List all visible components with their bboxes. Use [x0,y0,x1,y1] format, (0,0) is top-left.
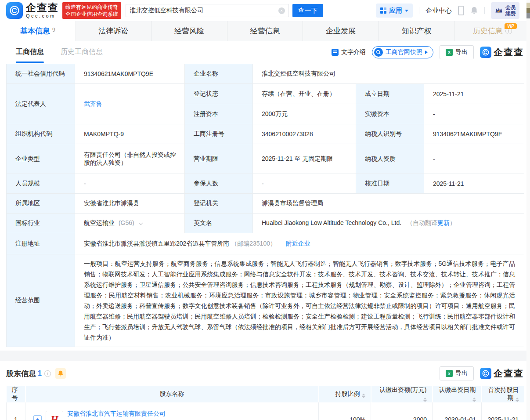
tab-operation-risk[interactable]: 经营风险 [151,21,227,41]
subtab-history-business-info[interactable]: 历史工商信息 [61,41,103,63]
vip-renew-line1: 会员 [505,4,516,11]
tab-legal-litigation[interactable]: 法律诉讼 [76,21,152,41]
subtab-business-info[interactable]: 工商信息 [16,41,44,63]
approval-date-label: 核准日期 [356,174,424,194]
business-info-table: 统一社会信用代码 91340621MAK0MPTQ9E 企业名称 淮北交控低空科… [6,64,524,347]
reg-authority-label: 登记机关 [185,194,253,214]
slogan-line1: 缔造有远见的商业传奇 [65,4,118,11]
establish-date-label: 成立日期 [356,84,424,104]
region-value: 安徽省淮北市濉溪县 [75,194,185,214]
shareholders-header-row: 序号 股东名称 持股比例 认缴出资额(万元) 认缴出资日期 首次持股日期 [7,386,524,402]
qcc-brand-icon [480,47,491,58]
legal-rep-link[interactable]: 武齐鲁 [84,100,102,107]
arrow-right-icon [425,51,428,54]
mobile-app-icon[interactable] [458,6,464,15]
shareholders-section: 股东信息 1 导出 企查查 序号 股东名称 持股比例 认缴出资额(万元) [0,361,530,420]
shareholder-row: 1 安徽省淮北市汽车运输有限责任公司 国有企业 100% 2000 2030-0… [7,402,524,420]
clear-icon[interactable] [278,7,285,14]
address-zip: （邮编235100） [231,240,276,247]
notification-bell-icon[interactable] [470,6,478,15]
nearby-companies-link[interactable]: 附近企业 [286,240,310,247]
org-code-value: MAK0MPTQ-9 [75,124,185,144]
qcc-logo-icon[interactable] [6,2,23,19]
reg-status-value: 存续（在营、开业、在册） [253,84,356,104]
text-intro-button[interactable]: 文字介绍 [332,48,366,56]
taxpayer-quality-label: 纳税人资质 [356,144,424,174]
en-name-cell: Huaibei Jiaokong Low Altitude Technology… [253,214,524,233]
reg-capital-label: 注册资本 [185,104,253,124]
scope-value: 一般项目：航空运营支持服务；航空商务服务；信息系统集成服务；智能无人飞行器制造；… [75,254,524,347]
reg-number-value: 340621000273028 [253,124,356,144]
enterprise-center-link[interactable]: 企业中心 [425,7,452,15]
col-index: 序号 [7,386,25,402]
amount-value: 2000 [371,402,433,420]
tab-operation-info[interactable]: 经营信息 [227,21,303,41]
company-name-value: 淮北交控低空科技有限公司 [253,64,524,84]
col-first-date-sort[interactable]: 首次持股日期 [482,386,524,402]
credit-code-label: 统一社会信用代码 [7,64,75,84]
excel-icon [446,370,453,377]
tab-history-info[interactable]: VIP 历史信息 [454,21,530,41]
slogan-badge: 缔造有远见的商业传奇 全国企业信用查询系统 [62,2,121,19]
col-amount-sort[interactable]: 认缴出资额(万元) [371,386,433,402]
qcc-brand-text: 企查查 [494,367,524,380]
en-name-value: Huaibei Jiaokong Low Altitude Technology… [262,219,401,226]
insured-count-label: 参保人数 [185,174,253,194]
translate-update-link[interactable]: 更新 [437,219,450,226]
qcc-watermark-brand: 企查查 [480,46,524,58]
snapshot-search-icon [374,48,383,57]
business-term-value: 2025-11-21 至 无固定期限 [253,144,356,174]
slogan-line2: 全国企业信用查询系统 [65,11,118,18]
search-input[interactable] [130,7,278,14]
scrollbar[interactable] [526,0,530,420]
industry-label: 国标行业 [7,214,75,233]
establish-date-value: 2025-11-21 [424,84,524,104]
vip-badge: VIP [505,23,517,29]
date-value: 2030-01-01 [433,402,482,420]
tab-count: 9 [52,26,55,33]
apps-dropdown[interactable]: 应用 [376,4,413,18]
address-label: 注册地址 [7,233,75,254]
approval-date-value: 2025-11-21 [424,174,524,194]
document-icon [332,49,339,56]
org-code-label: 组织机构代码 [7,124,75,144]
taxpayer-id-value: 91340621MAK0MPTQ9E [424,124,524,144]
col-ratio-sort[interactable]: 持股比例 [319,386,371,402]
shareholders-table: 序号 股东名称 持股比例 认缴出资额(万元) 认缴出资日期 首次持股日期 1 安… [6,386,524,420]
shareholders-export-button[interactable]: 导出 [440,366,474,380]
info-icon[interactable] [44,370,51,377]
expand-plus-button[interactable] [33,415,42,420]
address-cell: 安徽省淮北市濉溪县濉溪镇五里郢202省道县车管所南 （邮编235100） 附近企… [75,233,524,254]
tab-basic-info[interactable]: 基本信息 9 [0,21,76,41]
col-date-sort[interactable]: 认缴出资日期 [433,386,482,402]
tab-enterprise-development[interactable]: 企业发展 [303,21,379,41]
main-tab-bar: 基本信息 9 法律诉讼 经营风险 经营信息 企业发展 知识产权 VIP 历史信息 [0,21,530,41]
section-divider [0,351,530,361]
qcc-logo-text[interactable]: 企查查 Qcc.com [26,3,59,18]
divider [419,7,419,14]
paid-capital-label: 实缴资本 [356,104,424,124]
staff-size-label: 人员规模 [7,174,75,194]
tab-intellectual-property[interactable]: 知识产权 [379,21,455,41]
search-button[interactable]: 查一下 [292,4,323,17]
legal-rep-label: 法定代表人 [7,84,75,124]
excel-icon [446,49,453,56]
top-bar: 企查查 Qcc.com 缔造有远见的商业传奇 全国企业信用查询系统 查一下 应用… [0,0,530,21]
logo-subtitle: Qcc.com [26,14,59,18]
qcc-brand-icon [480,368,491,379]
official-snapshot-button[interactable]: 工商官网快照 [372,46,433,58]
paid-capital-value: - [424,104,524,124]
vip-renew-button[interactable]: 会员 续费 [491,2,519,19]
insured-count-value: - [253,174,356,194]
monitor-bell-icon[interactable] [55,368,66,379]
chevron-down-icon[interactable] [139,221,143,225]
en-name-label: 英文名 [185,214,253,233]
industry-code: (G56) [119,219,134,226]
taxpayer-id-label: 纳税人识别号 [356,124,424,144]
col-shareholder-name: 股东名称 [25,386,319,402]
business-term-label: 营业期限 [185,144,253,174]
shareholder-name-link[interactable]: 安徽省淮北市汽车运输有限责任公司 [67,410,166,418]
sort-icon [472,398,476,402]
credit-code-value: 91340621MAK0MPTQ9E [75,64,185,84]
export-button[interactable]: 导出 [440,45,474,59]
